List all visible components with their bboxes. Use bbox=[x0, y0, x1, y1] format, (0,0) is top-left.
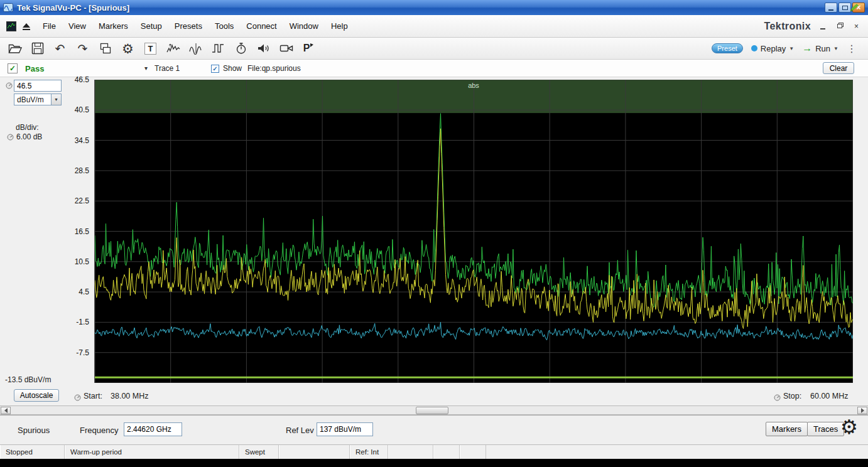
replay-label: Replay bbox=[761, 44, 786, 53]
frequency-label: Frequency bbox=[80, 426, 118, 435]
replay-button[interactable]: Replay ▼ bbox=[751, 44, 794, 53]
y-tick-label: 40.5 bbox=[63, 105, 89, 114]
pass-status-label: Pass bbox=[25, 64, 44, 73]
minimize-button[interactable] bbox=[825, 3, 837, 13]
chevron-down-icon: ▼ bbox=[789, 46, 794, 51]
traces-button[interactable]: Traces bbox=[807, 422, 844, 436]
window-title: Tek SignalVu-PC - [Spurious] bbox=[17, 3, 129, 13]
statusbar: StoppedWarm-up periodSweptRef: Int bbox=[0, 444, 868, 459]
menu-item-setup[interactable]: Setup bbox=[134, 18, 168, 34]
undo-icon: ↶ bbox=[55, 43, 65, 55]
undo-button[interactable]: ↶ bbox=[52, 40, 68, 57]
measurement-name: Spurious bbox=[18, 426, 50, 435]
y-tick-label: 4.5 bbox=[63, 287, 89, 296]
bottom-level-label: -13.5 dBuV/m bbox=[5, 375, 51, 384]
scrollbar-thumb[interactable] bbox=[416, 407, 448, 414]
mdi-app-icon bbox=[6, 21, 16, 31]
trace-file-label: File:qp.spurious bbox=[247, 64, 301, 73]
settings-gear-icon: ⚙ bbox=[122, 42, 134, 55]
ref-lev-input[interactable] bbox=[317, 422, 373, 436]
menu-item-view[interactable]: View bbox=[62, 18, 92, 34]
limit-annotation: abs bbox=[468, 82, 479, 89]
stopwatch-button[interactable] bbox=[232, 40, 249, 57]
video-capture-button[interactable] bbox=[278, 40, 295, 57]
open-file-button[interactable] bbox=[6, 40, 23, 57]
scroll-left-button[interactable] bbox=[1, 407, 11, 414]
adjust-knob-icon[interactable] bbox=[7, 134, 14, 141]
ref-level-input[interactable] bbox=[14, 80, 62, 92]
audio-demod-button[interactable] bbox=[255, 40, 272, 57]
menu-item-markers[interactable]: Markers bbox=[92, 18, 134, 34]
statusbar-cell bbox=[279, 445, 350, 459]
open-folder-icon bbox=[8, 42, 22, 55]
y-tick-label: -1.5 bbox=[63, 318, 89, 326]
menu-item-connect[interactable]: Connect bbox=[240, 18, 283, 34]
pulse-trace-button[interactable] bbox=[210, 40, 227, 57]
app-window: Tek SignalVu-PC - [Spurious] × FileViewM… bbox=[0, 0, 868, 467]
autoscale-button[interactable]: Autoscale bbox=[14, 389, 59, 402]
adjust-knob-icon[interactable] bbox=[74, 394, 81, 401]
ref-lev-label: Ref Lev bbox=[286, 426, 314, 435]
settings-button[interactable]: ⚙ bbox=[119, 40, 136, 57]
statusbar-cell: Warm-up period bbox=[65, 445, 239, 459]
menu-item-help[interactable]: Help bbox=[325, 18, 354, 34]
menu: FileViewMarkersSetupPresetsToolsConnectW… bbox=[36, 21, 354, 31]
minimize-icon bbox=[820, 28, 825, 30]
measurement-status-row: ✓ Pass ▾ Trace 1 ✓ Show File:qp.spurious… bbox=[0, 60, 868, 77]
menubar: FileViewMarkersSetupPresetsToolsConnectW… bbox=[0, 15, 868, 38]
menu-item-tools[interactable]: Tools bbox=[209, 18, 240, 34]
statusbar-cell: Stopped bbox=[0, 445, 65, 459]
run-label: Run bbox=[815, 44, 830, 53]
arrow-left-icon bbox=[4, 408, 8, 413]
save-button[interactable] bbox=[29, 40, 46, 57]
marker-waveform-button[interactable] bbox=[187, 40, 204, 57]
adjust-knob-icon[interactable] bbox=[774, 394, 781, 401]
y-tick-label: 46.5 bbox=[63, 75, 89, 84]
more-options-button[interactable]: ⋮ bbox=[847, 43, 857, 55]
show-checkbox[interactable]: ✓ bbox=[211, 65, 219, 73]
replay-status-icon bbox=[751, 45, 757, 51]
arrow-right-icon bbox=[861, 408, 864, 413]
mdi-close-button[interactable]: × bbox=[851, 21, 862, 31]
statusbar-cell: Ref: Int bbox=[350, 445, 388, 459]
menu-item-presets[interactable]: Presets bbox=[168, 18, 209, 34]
run-button[interactable]: → Run ▼ bbox=[802, 43, 838, 53]
cascade-windows-icon bbox=[99, 42, 112, 55]
db-per-div-value: 6.00 dB bbox=[16, 132, 42, 141]
frequency-input[interactable] bbox=[124, 422, 182, 436]
statusbar-cell bbox=[433, 445, 460, 459]
redo-button[interactable]: ↷ bbox=[74, 40, 91, 57]
chevron-down-icon[interactable]: ▼ bbox=[51, 94, 61, 105]
marker-waveform-icon bbox=[189, 42, 203, 55]
markers-button[interactable]: Markers bbox=[766, 422, 808, 436]
peak-search-button[interactable] bbox=[165, 40, 182, 57]
text-marker-button[interactable]: T bbox=[142, 40, 159, 57]
trace-selector[interactable]: Trace 1 bbox=[155, 64, 180, 73]
pen-icon[interactable] bbox=[849, 3, 859, 13]
scroll-right-button[interactable] bbox=[857, 407, 867, 414]
app-icon bbox=[3, 3, 13, 12]
eject-icon[interactable] bbox=[21, 22, 31, 31]
clear-button[interactable]: Clear bbox=[823, 62, 854, 74]
mdi-restore-button[interactable] bbox=[834, 21, 845, 31]
statusbar-cell bbox=[460, 445, 486, 459]
spectrum-display[interactable]: abs bbox=[94, 80, 852, 383]
run-arrow-icon: → bbox=[802, 43, 812, 53]
menu-item-file[interactable]: File bbox=[36, 18, 62, 34]
horizontal-scrollbar[interactable] bbox=[0, 405, 868, 415]
statusbar-cell: Swept bbox=[239, 445, 279, 459]
video-capture-icon bbox=[279, 43, 293, 54]
preset-button[interactable]: Preset bbox=[712, 43, 743, 53]
settings-gear-button[interactable]: ⚙ bbox=[840, 417, 858, 437]
mdi-minimize-button[interactable] bbox=[817, 21, 828, 31]
menu-item-window[interactable]: Window bbox=[283, 18, 325, 34]
y-tick-label: 34.5 bbox=[63, 136, 89, 145]
cascade-windows-button[interactable] bbox=[97, 40, 114, 57]
p-marker-button[interactable]: P bbox=[300, 40, 317, 57]
start-freq-label: Start: bbox=[84, 392, 102, 400]
pass-checkbox[interactable]: ✓ bbox=[8, 63, 18, 73]
adjust-knob-icon[interactable] bbox=[6, 82, 13, 89]
save-icon bbox=[31, 42, 44, 55]
y-tick-label: -7.5 bbox=[63, 348, 89, 357]
unit-select[interactable]: dBuV/m ▼ bbox=[14, 94, 62, 105]
